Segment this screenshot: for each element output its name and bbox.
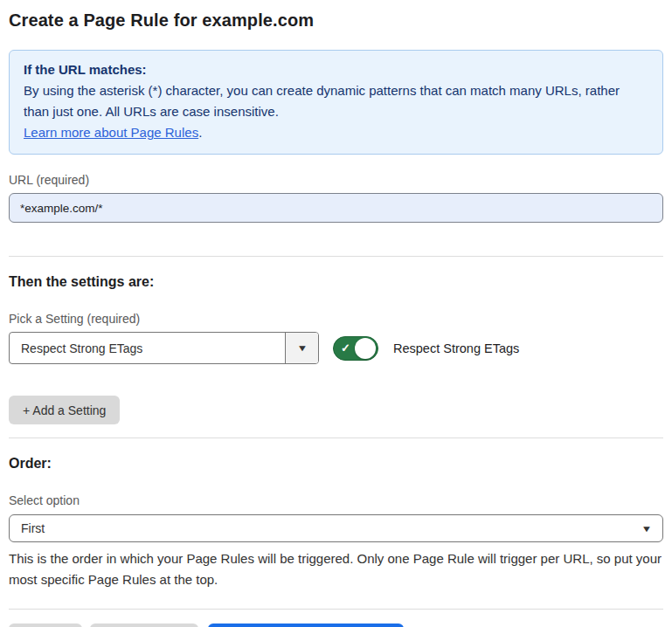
- order-section-heading: Order:: [9, 456, 663, 472]
- add-setting-button[interactable]: + Add a Setting: [9, 396, 120, 424]
- section-divider: [9, 438, 663, 438]
- setting-picker-label: Pick a Setting (required): [9, 312, 663, 326]
- order-select[interactable]: First ▼: [9, 514, 663, 542]
- setting-select[interactable]: Respect Strong ETags ▼: [9, 332, 319, 364]
- info-box-link-line: Learn more about Page Rules.: [24, 122, 648, 143]
- order-select-label: Select option: [9, 493, 663, 507]
- settings-section-heading: Then the settings are:: [9, 274, 663, 290]
- toggle-check-icon: ✓: [341, 342, 350, 354]
- save-draft-button[interactable]: Save as Draft: [90, 624, 199, 627]
- setting-select-arrow-button[interactable]: ▼: [285, 333, 318, 363]
- save-deploy-button[interactable]: Save and Deploy Page Rule: [208, 624, 404, 627]
- cancel-button[interactable]: Cancel: [9, 624, 82, 627]
- learn-more-link[interactable]: Learn more about Page Rules: [24, 125, 198, 140]
- setting-select-value: Respect Strong ETags: [10, 333, 285, 363]
- setting-row: Respect Strong ETags ▼ ✓ Respect Strong …: [9, 332, 663, 364]
- info-box-body: By using the asterisk (*) character, you…: [24, 80, 648, 122]
- chevron-down-icon: ▼: [296, 343, 308, 353]
- toggle-label: Respect Strong ETags: [393, 341, 519, 355]
- page-rule-form: Create a Page Rule for example.com If th…: [0, 0, 672, 627]
- url-match-info-box: If the URL matches: By using the asteris…: [9, 50, 663, 155]
- order-help-text: This is the order in which your Page Rul…: [9, 548, 663, 590]
- etags-toggle[interactable]: ✓: [333, 336, 378, 361]
- page-title: Create a Page Rule for example.com: [9, 10, 663, 31]
- section-divider: [9, 256, 663, 257]
- footer-actions: Cancel Save as Draft Save and Deploy Pag…: [9, 624, 663, 627]
- info-box-heading: If the URL matches:: [24, 59, 648, 80]
- url-field-label: URL (required): [9, 173, 663, 187]
- toggle-knob: [355, 338, 376, 359]
- link-suffix: .: [198, 125, 202, 140]
- order-select-value: First: [21, 521, 45, 535]
- chevron-down-icon: ▼: [641, 524, 653, 534]
- url-input[interactable]: [9, 193, 663, 223]
- footer-divider: [9, 609, 663, 610]
